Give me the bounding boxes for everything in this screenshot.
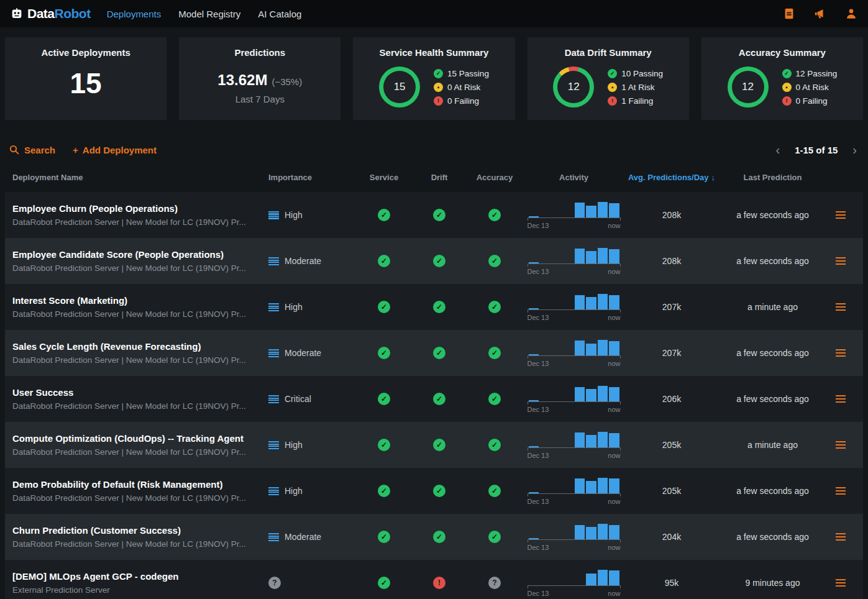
sparkline-bars	[528, 385, 621, 401]
avg-predictions-value: 205k	[625, 440, 718, 450]
row-menu-icon[interactable]	[833, 577, 848, 590]
sparkline-start-label: Dec 13	[528, 452, 549, 459]
last-prediction-value: a few seconds ago	[718, 532, 827, 542]
row-menu-icon[interactable]	[833, 393, 848, 406]
table-row[interactable]: Employee Candidate Score (People Operati…	[5, 238, 863, 284]
avg-predictions-value: 204k	[625, 532, 718, 542]
passing-check-icon: ✓	[434, 69, 443, 78]
sparkline-start-label: Dec 13	[528, 544, 549, 551]
avg-predictions-value: 205k	[625, 486, 718, 496]
top-nav: DataRobot Deployments Model Registry AI …	[0, 0, 868, 27]
col-avg-predictions[interactable]: Avg. Predictions/Day↓	[625, 173, 718, 182]
prev-page-icon[interactable]: ‹	[775, 144, 780, 156]
row-menu-icon[interactable]	[833, 255, 848, 268]
deployment-name: Interest Score (Marketing)	[12, 295, 266, 306]
service-status-icon: ✓	[378, 393, 390, 405]
row-menu-icon[interactable]	[833, 531, 848, 544]
at-risk-warning-icon: ▲	[608, 83, 617, 92]
col-accuracy[interactable]: Accuracy	[467, 173, 523, 182]
sparkline-start-label: Dec 13	[528, 590, 549, 597]
last-prediction-value: a few seconds ago	[718, 256, 827, 266]
last-prediction-value: a minute ago	[718, 440, 827, 450]
sparkline-axis	[528, 401, 621, 405]
legend-label: 0 Failing	[796, 96, 828, 106]
importance-icon	[268, 303, 279, 311]
drift-status-icon: ✓	[433, 255, 445, 267]
sparkline-axis	[528, 309, 621, 313]
card-title: Predictions	[234, 47, 285, 58]
passing-check-icon: ✓	[782, 69, 792, 78]
datarobot-logo[interactable]: DataRobot	[10, 6, 91, 21]
summary-cards: Active Deployments 15 Predictions 13.62M…	[0, 37, 868, 120]
pagination: ‹ 1-15 of 15 ›	[775, 144, 859, 156]
table-row[interactable]: Sales Cycle Length (Revenue Forecasting)…	[5, 330, 863, 376]
table-row[interactable]: Employee Churn (People Operations) DataR…	[5, 192, 863, 238]
deployment-subtitle: DataRobot Prediction Server | New Model …	[12, 263, 266, 273]
sparkline-bars	[528, 477, 621, 493]
failing-exclamation-icon: !	[434, 96, 443, 106]
activity-sparkline: Dec 13 now	[528, 293, 621, 321]
row-menu-icon[interactable]	[833, 347, 848, 360]
table-row[interactable]: Demo Probability of Default (Risk Manage…	[5, 468, 863, 514]
last-prediction-value: a few seconds ago	[718, 486, 827, 496]
sparkline-end-label: now	[608, 222, 620, 229]
nav-item-model-registry[interactable]: Model Registry	[178, 9, 240, 19]
sparkline-end-label: now	[608, 406, 620, 413]
importance-label: High	[285, 210, 303, 220]
search-button[interactable]: Search	[9, 144, 55, 155]
service-health-ring: 15	[379, 66, 420, 107]
row-menu-icon[interactable]	[833, 439, 848, 452]
table-toolbar: Search + Add Deployment ‹ 1-15 of 15 ›	[0, 137, 868, 162]
table-row[interactable]: Interest Score (Marketing) DataRobot Pre…	[5, 284, 863, 330]
at-risk-warning-icon: ▲	[434, 83, 443, 92]
search-icon	[9, 144, 20, 155]
legend-label: 0 Failing	[447, 96, 479, 106]
service-health-summary-card: Service Health Summary 15 ✓15 Passing ▲0…	[353, 37, 514, 120]
sparkline-start-label: Dec 13	[528, 268, 549, 275]
col-service[interactable]: Service	[356, 173, 412, 182]
add-deployment-button[interactable]: + Add Deployment	[73, 145, 157, 155]
sparkline-end-label: now	[608, 452, 620, 459]
docs-icon[interactable]	[782, 7, 796, 21]
deployment-subtitle: DataRobot Prediction Server | New Model …	[12, 309, 266, 319]
accuracy-ring: 12	[728, 66, 769, 107]
deployment-name: Demo Probability of Default (Risk Manage…	[12, 479, 266, 490]
avg-predictions-value: 207k	[625, 348, 718, 358]
col-importance[interactable]: Importance	[266, 173, 356, 182]
sparkline-bars	[528, 431, 621, 447]
drift-status-icon: ✓	[433, 531, 445, 543]
table-row[interactable]: [DEMO] MLOps Agent GCP - codegen Externa…	[5, 560, 863, 599]
service-status-icon: ✓	[378, 301, 390, 313]
legend-label: 12 Passing	[796, 69, 838, 78]
sparkline-axis	[528, 493, 621, 496]
importance-label: Moderate	[285, 256, 321, 266]
sparkline-axis	[528, 355, 621, 359]
card-title: Data Drift Summary	[565, 47, 652, 58]
user-profile-icon[interactable]	[844, 7, 858, 21]
row-menu-icon[interactable]	[833, 209, 848, 222]
sparkline-axis	[528, 585, 621, 588]
col-last-prediction[interactable]: Last Prediction	[718, 173, 827, 182]
col-deployment-name[interactable]: Deployment Name	[5, 173, 266, 182]
accuracy-status-icon: ✓	[488, 531, 501, 543]
predictions-card: Predictions 13.62M (−35%) Last 7 Days	[179, 37, 340, 120]
sparkline-end-label: now	[608, 498, 620, 505]
row-menu-icon[interactable]	[833, 485, 848, 498]
data-drift-ring: 12	[553, 66, 594, 107]
col-activity[interactable]: Activity	[523, 173, 625, 182]
col-drift[interactable]: Drift	[412, 173, 467, 182]
row-menu-icon[interactable]	[833, 301, 848, 314]
next-page-icon[interactable]: ›	[852, 144, 857, 156]
nav-item-ai-catalog[interactable]: AI Catalog	[258, 9, 301, 19]
sparkline-start-label: Dec 13	[528, 222, 549, 229]
legend-label: 1 At Risk	[621, 83, 654, 92]
announcements-megaphone-icon[interactable]	[813, 7, 827, 21]
table-row[interactable]: User Success DataRobot Prediction Server…	[5, 376, 863, 422]
table-row[interactable]: Compute Optimization (CloudOps) -- Track…	[5, 422, 863, 468]
nav-item-deployments[interactable]: Deployments	[107, 9, 162, 19]
table-row[interactable]: Churn Prediction (Customer Success) Data…	[5, 514, 863, 560]
service-status-icon: ✓	[378, 209, 390, 221]
drift-status-icon: ✓	[433, 485, 445, 497]
activity-sparkline: Dec 13 now	[528, 477, 621, 505]
sort-desc-icon: ↓	[711, 173, 716, 182]
